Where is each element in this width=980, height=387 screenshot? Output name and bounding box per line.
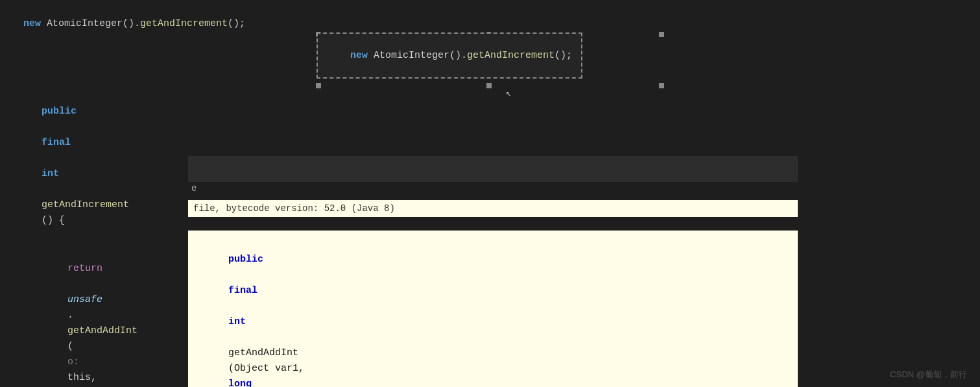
bottom-line1: public final int getAndAddInt (Object va…	[193, 236, 793, 387]
popup-text: AtomicInteger().	[368, 50, 467, 61]
selection-handle-bm	[486, 83, 492, 88]
top-line-text: AtomicInteger().	[41, 18, 140, 29]
getandinc-method: getAndIncrement	[42, 199, 129, 210]
top-method: getAndIncrement	[140, 18, 228, 29]
this-keyword: this,	[67, 372, 102, 383]
bottom-public: public	[228, 254, 263, 265]
top-line-end: ();	[228, 18, 245, 29]
watermark: CSDN @葡匐，前行	[890, 369, 967, 381]
final-keyword: final	[42, 137, 71, 148]
bottom-method-name: getAndAddInt	[228, 347, 298, 358]
popup-method: getAndIncrement	[467, 50, 555, 61]
o-label: o:	[67, 356, 85, 368]
bottom-long: long	[228, 379, 252, 387]
cursor-arrow: ↖	[506, 88, 511, 99]
bottom-params: (Object var1,	[228, 363, 310, 374]
bottom-code-section: public final int getAndAddInt (Object va…	[188, 231, 798, 387]
code-editor: new AtomicInteger().getAndIncrement(); n…	[0, 0, 980, 387]
popup-selection-box: new AtomicInteger().getAndIncrement();	[317, 32, 582, 79]
return-keyword: return	[67, 263, 102, 274]
popup-new-keyword: new	[350, 50, 368, 61]
getandaddint-dot: .	[67, 310, 73, 321]
selection-handle-br	[659, 83, 664, 88]
open-paren: (	[67, 341, 79, 352]
popup-end: ();	[555, 50, 572, 61]
truncated-text: e	[191, 183, 197, 194]
public-keyword: public	[42, 106, 77, 117]
selection-handle-bl	[316, 83, 321, 88]
new-keyword: new	[23, 18, 41, 29]
unsafe-italic: unsafe	[67, 294, 102, 305]
getandaddint-method: getAndAddInt	[67, 325, 137, 336]
bottom-int: int	[228, 316, 246, 327]
method-def-line1-end: () {	[42, 215, 65, 226]
divider-bar	[188, 156, 798, 182]
int-type: int	[42, 168, 59, 179]
selection-handle-tr	[659, 32, 664, 37]
bottom-final: final	[228, 285, 257, 296]
info-bar: file, bytecode version: 52.0 (Java 8)	[188, 200, 798, 217]
